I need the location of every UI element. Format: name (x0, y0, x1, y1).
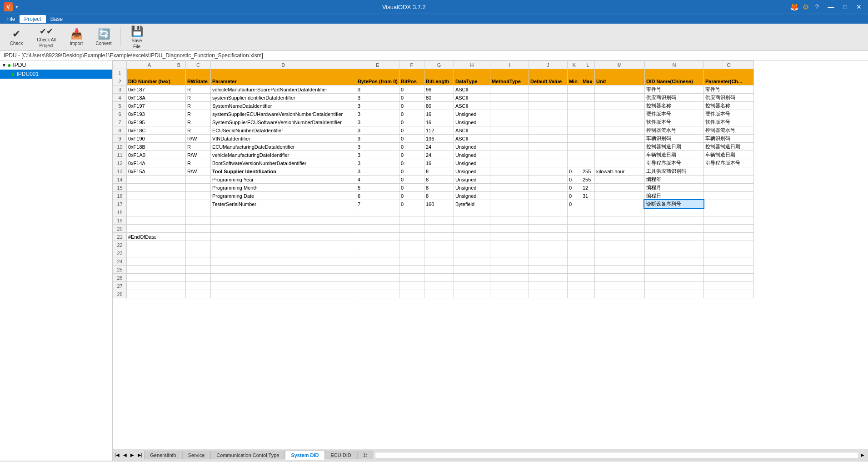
cell[interactable] (172, 290, 185, 298)
col-header-d[interactable]: D (210, 61, 356, 69)
cell[interactable]: BootSoftwareVersionNumberDataIdentifier (210, 159, 356, 167)
cell[interactable] (529, 151, 567, 159)
cell[interactable]: 0 (399, 200, 424, 208)
cell[interactable]: 255 (581, 167, 594, 176)
cell[interactable]: 3 (356, 118, 399, 126)
cell[interactable] (581, 216, 594, 225)
cell[interactable] (567, 143, 581, 151)
cell[interactable]: Unsigned (454, 143, 490, 151)
cell[interactable] (490, 216, 529, 225)
cell[interactable] (529, 282, 567, 290)
cell[interactable] (127, 216, 172, 225)
cell[interactable]: 0 (399, 184, 424, 192)
cell[interactable]: 车辆识别码 (644, 135, 703, 143)
cell[interactable] (356, 208, 399, 216)
table-row[interactable]: 22 (113, 241, 754, 249)
table-row[interactable]: 15Programming Month508Unsigned012编程月 (113, 184, 754, 192)
table-row[interactable]: 30xF187RvehicleManufacturerSparePartNumb… (113, 85, 754, 94)
cell[interactable] (703, 274, 753, 282)
cell[interactable] (172, 282, 185, 290)
cell[interactable]: 0 (399, 110, 424, 118)
cell[interactable] (454, 274, 490, 282)
cell[interactable] (356, 241, 399, 249)
cell[interactable] (210, 290, 356, 298)
col-header-k[interactable]: K (567, 61, 581, 69)
cell[interactable]: 车辆制造日期 (703, 151, 753, 159)
cell[interactable]: BitPos (399, 77, 424, 85)
cell[interactable] (490, 176, 529, 184)
cell[interactable]: R/W (185, 167, 210, 176)
cell[interactable]: 0xF18B (127, 143, 172, 151)
cell[interactable] (424, 216, 454, 225)
cell[interactable]: Programming Month (210, 184, 356, 192)
cell[interactable]: 136 (424, 135, 454, 143)
cell[interactable] (356, 233, 399, 241)
cell[interactable]: 16 (424, 118, 454, 126)
table-row[interactable]: 27 (113, 282, 754, 290)
table-row[interactable]: 26 (113, 274, 754, 282)
table-row[interactable]: 100xF18BRECUManufacturingDateDataIdentif… (113, 143, 754, 151)
cell[interactable] (529, 176, 567, 184)
cell[interactable]: 12 (581, 184, 594, 192)
tab-nav-next[interactable]: ▶ (129, 452, 136, 457)
cell[interactable]: Unsigned (454, 159, 490, 167)
cell[interactable] (127, 290, 172, 298)
cell[interactable] (399, 274, 424, 282)
cell[interactable]: Programming Date (210, 192, 356, 200)
cell[interactable] (454, 225, 490, 233)
cell[interactable] (567, 102, 581, 110)
cell[interactable] (356, 266, 399, 274)
col-header-h[interactable]: H (454, 61, 490, 69)
cell[interactable] (399, 282, 424, 290)
cell[interactable]: R/W (185, 151, 210, 159)
cell[interactable]: OID Name(Chinese) (644, 77, 703, 85)
cell[interactable] (644, 257, 703, 266)
cell[interactable]: Parameter (210, 77, 356, 85)
cell[interactable] (581, 290, 594, 298)
cell[interactable] (490, 151, 529, 159)
cell[interactable] (594, 102, 644, 110)
cell[interactable] (581, 249, 594, 257)
cell[interactable] (454, 233, 490, 241)
cell[interactable] (185, 200, 210, 208)
cell[interactable]: R (185, 94, 210, 102)
table-row[interactable]: 40xF18ARsystemSupplierIdentifierDataIden… (113, 94, 754, 102)
cell[interactable] (185, 208, 210, 216)
cell[interactable]: Tool Supplier Identification (210, 167, 356, 176)
tab-ecu-did[interactable]: ECU DID (325, 451, 357, 459)
table-row[interactable]: 60xF193RsystemSupplierECUHardwareVersion… (113, 110, 754, 118)
cell[interactable]: 0xF197 (127, 102, 172, 110)
cell[interactable] (529, 118, 567, 126)
maximize-button[interactable]: □ (841, 2, 850, 11)
cell[interactable] (185, 257, 210, 266)
cell[interactable] (644, 216, 703, 225)
cell[interactable]: 0 (567, 200, 581, 208)
cell[interactable] (567, 159, 581, 167)
cell[interactable]: 控制器流水号 (644, 126, 703, 135)
cell[interactable]: 0xF14A (127, 159, 172, 167)
cell[interactable] (529, 126, 567, 135)
cell[interactable]: 0 (567, 184, 581, 192)
cell[interactable] (399, 266, 424, 274)
cell[interactable] (644, 249, 703, 257)
cell[interactable] (594, 94, 644, 102)
cell[interactable] (490, 225, 529, 233)
table-row[interactable]: 130xF15AR/WTool Supplier Identification3… (113, 167, 754, 176)
col-header-a[interactable]: A (127, 61, 172, 69)
cell[interactable] (172, 135, 185, 143)
cell[interactable] (490, 200, 529, 208)
cell[interactable] (490, 257, 529, 266)
menu-base[interactable]: Base (46, 15, 67, 23)
cell[interactable] (399, 233, 424, 241)
cell[interactable]: 0xF187 (127, 85, 172, 94)
cell[interactable] (567, 69, 581, 77)
cell[interactable]: VINDataIdentifier (210, 135, 356, 143)
cell[interactable] (567, 85, 581, 94)
cell[interactable] (356, 249, 399, 257)
cell[interactable] (127, 282, 172, 290)
col-header-n[interactable]: N (644, 61, 703, 69)
cell[interactable] (594, 225, 644, 233)
cell[interactable] (424, 208, 454, 216)
table-row[interactable]: 23 (113, 249, 754, 257)
cell[interactable] (703, 167, 753, 176)
